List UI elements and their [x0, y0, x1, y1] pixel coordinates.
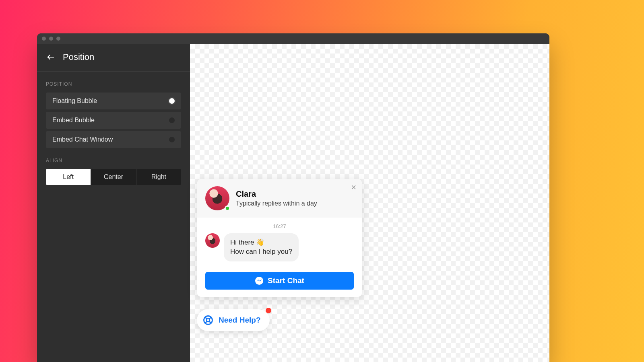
need-help-label: Need Help?: [219, 316, 261, 325]
align-segmented-control: Left Center Right: [46, 169, 181, 185]
position-section-label: POSITION: [46, 81, 181, 87]
align-option-right[interactable]: Right: [136, 169, 181, 185]
close-button[interactable]: ×: [351, 183, 356, 192]
svg-line-4: [205, 317, 207, 319]
radio-indicator-icon: [169, 137, 175, 142]
presence-indicator-icon: [225, 206, 230, 211]
chat-reply-subtitle: Typically replies within a day: [236, 200, 317, 207]
svg-line-7: [209, 321, 211, 323]
window-titlebar: [37, 33, 549, 44]
position-option-floating-bubble[interactable]: Floating Bubble: [46, 93, 181, 109]
position-option-embed-bubble[interactable]: Embed Bubble: [46, 112, 181, 129]
start-chat-button[interactable]: Start Chat: [205, 272, 354, 290]
chat-message-row: Hi there 👋 How can I help you?: [205, 233, 354, 261]
chat-body: 16:27 Hi there 👋 How can I help you?: [197, 218, 362, 297]
avatar: [205, 186, 229, 210]
align-option-center[interactable]: Center: [91, 169, 136, 185]
messenger-icon: [255, 276, 264, 285]
window-dot-close-icon[interactable]: [42, 37, 46, 41]
window-dot-max-icon[interactable]: [56, 37, 60, 41]
chat-message-line2: How can I help you?: [230, 247, 292, 257]
notification-dot-icon: [266, 308, 271, 313]
window-dot-min-icon[interactable]: [49, 37, 53, 41]
chat-agent-name: Clara: [236, 189, 317, 199]
chat-message-line1: Hi there 👋: [230, 238, 292, 247]
sidebar: Position POSITION Floating Bubble Embed …: [37, 44, 190, 362]
start-chat-label: Start Chat: [268, 276, 304, 285]
radio-indicator-icon: [169, 117, 175, 123]
close-icon: ×: [351, 182, 356, 192]
align-section-label: ALIGN: [46, 158, 181, 163]
arrow-left-icon: [46, 53, 55, 62]
position-radio-group: Floating Bubble Embed Bubble Embed Chat …: [46, 93, 181, 148]
radio-label: Embed Bubble: [52, 117, 95, 124]
svg-line-6: [205, 321, 207, 323]
lifebuoy-icon: [202, 315, 214, 326]
radio-label: Floating Bubble: [52, 97, 97, 105]
back-button[interactable]: [46, 52, 56, 62]
chat-widget-card: × Clara Typically replies within a day 1…: [197, 179, 362, 297]
app-window: Position POSITION Floating Bubble Embed …: [37, 33, 549, 362]
message-avatar-icon: [205, 233, 220, 248]
preview-canvas: × Clara Typically replies within a day 1…: [190, 44, 549, 362]
panel-title: Position: [63, 52, 94, 62]
position-option-embed-chat-window[interactable]: Embed Chat Window: [46, 131, 181, 148]
chat-header: × Clara Typically replies within a day: [197, 179, 362, 218]
svg-line-5: [209, 317, 211, 319]
chat-timestamp: 16:27: [205, 223, 354, 229]
align-option-left[interactable]: Left: [46, 169, 91, 185]
chat-message-bubble: Hi there 👋 How can I help you?: [224, 233, 299, 261]
radio-label: Embed Chat Window: [52, 136, 113, 143]
radio-indicator-icon: [169, 98, 175, 104]
need-help-pill[interactable]: Need Help?: [197, 309, 270, 331]
